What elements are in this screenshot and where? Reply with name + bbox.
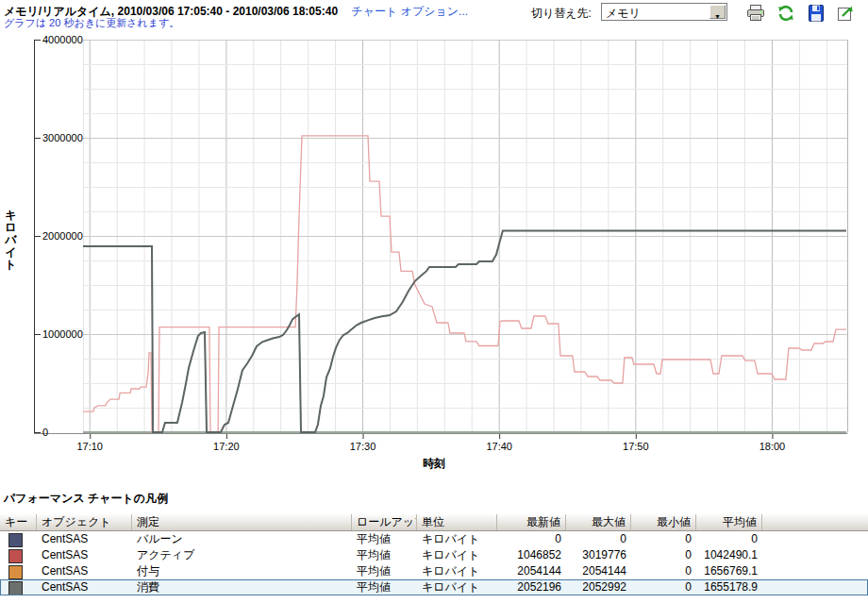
avg-value: 1656769.1 [696, 563, 762, 579]
y-tick-label: 4000000 [42, 34, 83, 45]
switch-target-value: メモリ [606, 6, 641, 22]
chart-options-link[interactable]: チャート オプション... [352, 5, 469, 18]
measurement-name: 付与 [132, 563, 352, 579]
performance-chart-page: メモリ/リアルタイム, 2010/03/06 17:05:40 - 2010/0… [0, 0, 868, 603]
measurement-name: 消費 [132, 579, 352, 595]
object-name: CentSAS [37, 547, 132, 563]
series-line-アクティブ [83, 136, 846, 432]
measurement-name: アクティブ [132, 547, 352, 563]
y-tick-label: 1000000 [42, 328, 83, 340]
save-icon [806, 4, 826, 23]
legend-heading: パフォーマンス チャートの凡例 [4, 491, 168, 507]
avg-value: 1655178.9 [696, 579, 762, 595]
latest-value: 1046852 [497, 547, 566, 563]
save-button[interactable] [806, 4, 826, 23]
avg-value: 0 [696, 531, 762, 547]
printer-icon [745, 4, 766, 23]
legend-row-balloon[interactable]: CentSAS バルーン 平均値 キロバイト 0 0 0 0 [0, 531, 868, 547]
refresh-icon [776, 4, 796, 23]
min-value: 0 [631, 579, 696, 595]
unit-value: キロバイト [417, 579, 497, 595]
series-key-swatch [8, 533, 23, 547]
x-tick-label: 17:10 [76, 441, 103, 452]
chart-area: 0100000020000003000000400000017:1017:201… [0, 28, 868, 472]
export-button[interactable] [836, 4, 857, 23]
unit-value: キロバイト [417, 563, 497, 579]
y-axis-title: キロバイト [5, 209, 17, 271]
latest-value: 0 [497, 531, 566, 547]
performance-chart: 0100000020000003000000400000017:1017:201… [0, 28, 868, 472]
rollup-value: 平均値 [352, 531, 417, 547]
switch-target-select[interactable]: メモリ ▼ [601, 3, 727, 21]
max-value: 2054144 [566, 563, 631, 579]
export-icon [836, 4, 857, 23]
column-header-max[interactable]: 最大値 [566, 514, 631, 530]
legend-row-consumed[interactable]: CentSAS 消費 平均値 キロバイト 2052196 2052992 0 1… [0, 579, 868, 595]
print-button[interactable] [745, 4, 766, 23]
column-header-key[interactable]: キー [0, 514, 37, 530]
x-tick-label: 17:20 [213, 441, 240, 452]
series-key-swatch [8, 581, 23, 595]
avg-value: 1042490.1 [696, 547, 762, 563]
column-header-object[interactable]: オブジェクト [37, 514, 132, 530]
x-tick-label: 18:00 [760, 441, 786, 452]
legend-table: キー オブジェクト 測定 ロールアップ 単位 最新値 最大値 最小値 平均値 C… [0, 514, 868, 595]
column-header-filler [762, 514, 868, 530]
x-tick-label: 17:50 [623, 441, 649, 452]
refresh-button[interactable] [776, 4, 796, 23]
latest-value: 2052196 [497, 579, 566, 595]
rollup-value: 平均値 [352, 579, 417, 595]
combo-dropdown-button[interactable]: ▼ [709, 5, 726, 19]
rollup-value: 平均値 [352, 563, 417, 579]
legend-row-granted[interactable]: CentSAS 付与 平均値 キロバイト 2054144 2054144 0 1… [0, 563, 868, 579]
chevron-down-icon: ▼ [714, 13, 721, 20]
min-value: 0 [631, 547, 696, 563]
series-key-swatch [8, 549, 23, 563]
min-value: 0 [631, 531, 696, 547]
object-name: CentSAS [37, 563, 132, 579]
legend-row-active[interactable]: CentSAS アクティブ 平均値 キロバイト 1046852 3019776 … [0, 547, 868, 563]
object-name: CentSAS [37, 531, 132, 547]
max-value: 2052992 [566, 579, 631, 595]
y-tick-label: 2000000 [42, 230, 83, 242]
x-tick-label: 17:30 [350, 441, 376, 452]
legend-header-row: キー オブジェクト 測定 ロールアップ 単位 最新値 最大値 最小値 平均値 [0, 514, 868, 531]
min-value: 0 [631, 563, 696, 579]
column-header-unit[interactable]: 単位 [417, 514, 497, 530]
series-key-swatch [8, 565, 23, 579]
column-header-latest[interactable]: 最新値 [497, 514, 566, 530]
column-header-measurement[interactable]: 測定 [132, 514, 352, 530]
max-value: 0 [566, 531, 631, 547]
max-value: 3019776 [566, 547, 631, 563]
switch-target-label: 切り替え先: [531, 6, 592, 22]
y-tick-label: 3000000 [42, 132, 83, 143]
measurement-name: バルーン [132, 531, 352, 547]
rollup-value: 平均値 [352, 547, 417, 563]
unit-value: キロバイト [417, 547, 497, 563]
unit-value: キロバイト [417, 531, 497, 547]
x-axis-title: 時刻 [0, 456, 868, 472]
y-tick-label: 0 [42, 427, 48, 438]
x-tick-label: 17:40 [486, 441, 512, 452]
column-header-rollup[interactable]: ロールアップ [352, 514, 417, 530]
column-header-min[interactable]: 最小値 [631, 514, 696, 530]
column-header-avg[interactable]: 平均値 [696, 514, 762, 530]
latest-value: 2054144 [497, 563, 566, 579]
object-name: CentSAS [37, 579, 132, 595]
